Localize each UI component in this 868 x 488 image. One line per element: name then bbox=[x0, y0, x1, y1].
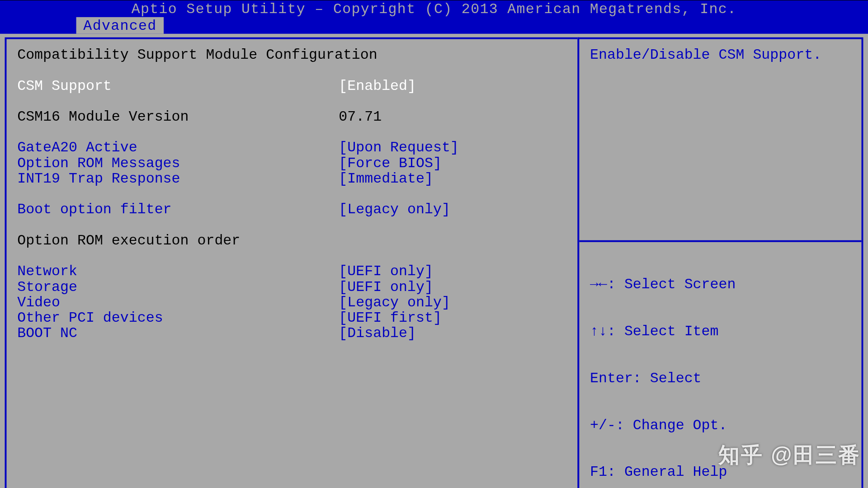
content-area: Compatibility Support Module Configurati… bbox=[0, 34, 868, 488]
option-int19-value: [Immediate] bbox=[339, 172, 566, 188]
help-panel: Enable/Disable CSM Support. →←: Select S… bbox=[577, 38, 863, 488]
option-gatea20[interactable]: GateA20 Active [Upon Request] bbox=[17, 141, 566, 156]
key-select-screen: →←: Select Screen bbox=[590, 277, 851, 293]
option-storage[interactable]: Storage [UEFI only] bbox=[17, 280, 566, 296]
info-csm16-version-value: 07.71 bbox=[339, 110, 566, 126]
option-boot-nc[interactable]: BOOT NC [Disable] bbox=[17, 326, 566, 342]
option-other-pci-label: Other PCI devices bbox=[17, 311, 339, 327]
option-network-label: Network bbox=[17, 264, 339, 280]
settings-panel: Compatibility Support Module Configurati… bbox=[5, 38, 580, 488]
option-boot-filter-label: Boot option filter bbox=[17, 202, 339, 218]
option-video-label: Video bbox=[17, 296, 339, 311]
option-network[interactable]: Network [UEFI only] bbox=[17, 264, 566, 280]
option-boot-nc-label: BOOT NC bbox=[17, 326, 339, 342]
option-video-value: [Legacy only] bbox=[339, 296, 566, 311]
option-oprom-messages[interactable]: Option ROM Messages [Force BIOS] bbox=[17, 156, 566, 172]
info-csm16-version-label: CSM16 Module Version bbox=[17, 110, 339, 126]
key-enter: Enter: Select bbox=[590, 371, 851, 386]
key-f1: F1: General Help bbox=[590, 465, 851, 480]
section-heading-csm: Compatibility Support Module Configurati… bbox=[17, 48, 566, 63]
option-int19-label: INT19 Trap Response bbox=[17, 172, 339, 188]
option-boot-filter[interactable]: Boot option filter [Legacy only] bbox=[17, 202, 566, 218]
key-select-item: ↑↓: Select Item bbox=[590, 324, 851, 340]
option-csm-support[interactable]: CSM Support [Enabled] bbox=[17, 79, 566, 94]
option-gatea20-value: [Upon Request] bbox=[339, 141, 566, 156]
section-heading-csm-label: Compatibility Support Module Configurati… bbox=[17, 48, 339, 64]
key-change-opt: +/-: Change Opt. bbox=[590, 418, 851, 433]
key-hints: →←: Select Screen ↑↓: Select Item Enter:… bbox=[590, 246, 851, 488]
section-heading-oprom-order-label: Option ROM execution order bbox=[17, 234, 339, 249]
help-text: Enable/Disable CSM Support. bbox=[590, 48, 851, 238]
bios-window: Aptio Setup Utility – Copyright (C) 2013… bbox=[0, 0, 868, 487]
option-gatea20-label: GateA20 Active bbox=[17, 141, 339, 156]
tab-bar: Advanced bbox=[0, 18, 868, 34]
option-network-value: [UEFI only] bbox=[339, 264, 566, 280]
help-divider bbox=[579, 241, 861, 243]
option-csm-support-value: [Enabled] bbox=[339, 79, 566, 94]
option-oprom-messages-label: Option ROM Messages bbox=[17, 156, 339, 172]
option-oprom-messages-value: [Force BIOS] bbox=[339, 156, 566, 172]
section-heading-oprom-order: Option ROM execution order bbox=[17, 234, 566, 249]
bios-title: Aptio Setup Utility – Copyright (C) 2013… bbox=[0, 0, 868, 17]
option-boot-nc-value: [Disable] bbox=[339, 326, 566, 342]
option-csm-support-label: CSM Support bbox=[17, 79, 339, 94]
option-boot-filter-value: [Legacy only] bbox=[339, 202, 566, 218]
option-video[interactable]: Video [Legacy only] bbox=[17, 296, 566, 311]
info-csm16-version: CSM16 Module Version 07.71 bbox=[17, 110, 566, 125]
option-storage-label: Storage bbox=[17, 280, 339, 296]
tab-advanced[interactable]: Advanced bbox=[76, 18, 164, 34]
option-storage-value: [UEFI only] bbox=[339, 280, 566, 296]
option-other-pci-value: [UEFI first] bbox=[339, 311, 566, 327]
option-int19[interactable]: INT19 Trap Response [Immediate] bbox=[17, 172, 566, 187]
option-other-pci[interactable]: Other PCI devices [UEFI first] bbox=[17, 311, 566, 326]
